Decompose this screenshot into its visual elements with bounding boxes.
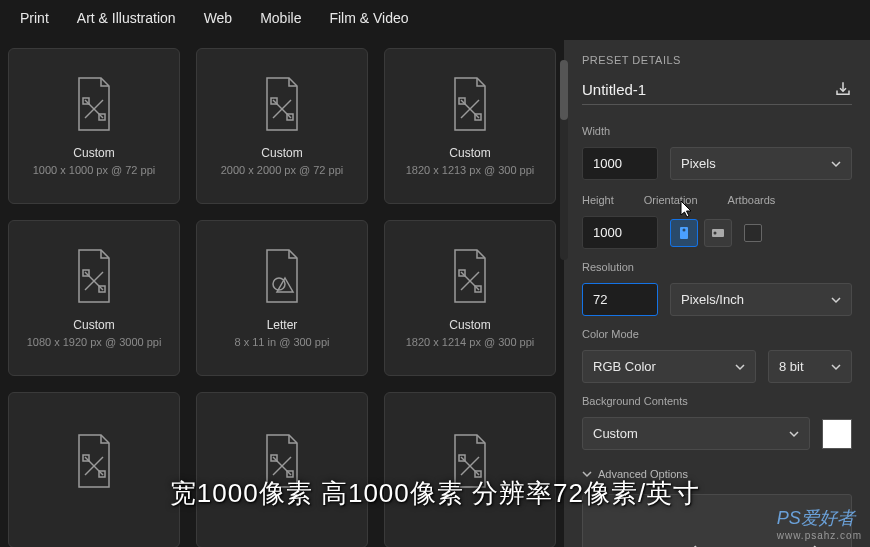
resolution-input[interactable]: 72 <box>582 283 658 316</box>
artboards-label: Artboards <box>728 194 776 206</box>
preset-grid: Custom1000 x 1000 px @ 72 ppiCustom2000 … <box>0 40 564 547</box>
resolution-units-select[interactable]: Pixels/Inch <box>670 283 852 316</box>
preset-name-input[interactable]: Untitled-1 <box>582 81 646 98</box>
document-icon <box>447 248 493 304</box>
orientation-label: Orientation <box>644 194 698 206</box>
save-preset-icon[interactable] <box>834 80 852 98</box>
document-icon <box>71 248 117 304</box>
document-icon <box>447 76 493 132</box>
color-profile-select[interactable]: sRGB IEC61966-2.1 <box>582 494 852 547</box>
chevron-down-icon <box>669 503 841 547</box>
chevron-down-icon <box>831 295 841 305</box>
tab-film[interactable]: Film & Video <box>329 10 408 26</box>
panel-header: PRESET DETAILS <box>582 54 852 66</box>
chevron-down-icon <box>831 362 841 372</box>
preset-meta: 1080 x 1920 px @ 3000 ppi <box>27 336 162 348</box>
height-label: Height <box>582 194 614 206</box>
preset-card[interactable]: Custom1820 x 1213 px @ 300 ppi <box>384 48 556 204</box>
colormode-label: Color Mode <box>582 328 852 340</box>
preset-title: Letter <box>267 318 298 332</box>
document-icon <box>259 433 305 489</box>
preset-card[interactable]: Custom1820 x 1214 px @ 300 ppi <box>384 220 556 376</box>
preset-meta: 1820 x 1214 px @ 300 ppi <box>406 336 535 348</box>
preset-card[interactable] <box>196 392 368 547</box>
chevron-down-icon <box>735 362 745 372</box>
tab-print[interactable]: Print <box>20 10 49 26</box>
width-label: Width <box>582 125 852 137</box>
background-label: Background Contents <box>582 395 852 407</box>
advanced-options-toggle[interactable]: Advanced Options <box>582 468 852 480</box>
document-icon <box>259 248 305 304</box>
orientation-landscape-button[interactable] <box>704 219 732 247</box>
width-input[interactable]: 1000 <box>582 147 658 180</box>
preset-title: Custom <box>449 146 490 160</box>
units-select[interactable]: Pixels <box>670 147 852 180</box>
background-color-swatch[interactable] <box>822 419 852 449</box>
preset-card[interactable]: Custom2000 x 2000 px @ 72 ppi <box>196 48 368 204</box>
document-icon <box>447 433 493 489</box>
preset-meta: 2000 x 2000 px @ 72 ppi <box>221 164 343 176</box>
colormode-select[interactable]: RGB Color <box>582 350 756 383</box>
chevron-down-icon <box>789 429 799 439</box>
preset-card[interactable]: Letter8 x 11 in @ 300 ppi <box>196 220 368 376</box>
preset-meta: 8 x 11 in @ 300 ppi <box>235 336 330 348</box>
preset-meta: 1000 x 1000 px @ 72 ppi <box>33 164 155 176</box>
preset-card[interactable] <box>8 392 180 547</box>
preset-card[interactable]: Custom1080 x 1920 px @ 3000 ppi <box>8 220 180 376</box>
scrollbar[interactable] <box>560 60 568 260</box>
orientation-portrait-button[interactable] <box>670 219 698 247</box>
resolution-label: Resolution <box>582 261 852 273</box>
chevron-down-icon <box>831 159 841 169</box>
artboards-checkbox[interactable] <box>744 224 762 242</box>
tab-web[interactable]: Web <box>204 10 233 26</box>
document-icon <box>259 76 305 132</box>
preset-title: Custom <box>261 146 302 160</box>
document-icon <box>71 76 117 132</box>
tab-mobile[interactable]: Mobile <box>260 10 301 26</box>
preset-meta: 1820 x 1213 px @ 300 ppi <box>406 164 535 176</box>
preset-title: Custom <box>73 146 114 160</box>
svg-point-18 <box>683 228 686 231</box>
tab-art[interactable]: Art & Illustration <box>77 10 176 26</box>
svg-point-20 <box>714 231 717 234</box>
preset-card[interactable]: Custom1000 x 1000 px @ 72 ppi <box>8 48 180 204</box>
background-select[interactable]: Custom <box>582 417 810 450</box>
height-input[interactable]: 1000 <box>582 216 658 249</box>
preset-details-panel: PRESET DETAILS Untitled-1 Width 1000 Pix… <box>564 40 870 547</box>
preset-title: Custom <box>73 318 114 332</box>
preset-card[interactable] <box>384 392 556 547</box>
chevron-down-icon <box>582 469 592 479</box>
category-tabs: Print Art & Illustration Web Mobile Film… <box>0 0 870 40</box>
document-icon <box>71 433 117 489</box>
bitdepth-select[interactable]: 8 bit <box>768 350 852 383</box>
preset-title: Custom <box>449 318 490 332</box>
